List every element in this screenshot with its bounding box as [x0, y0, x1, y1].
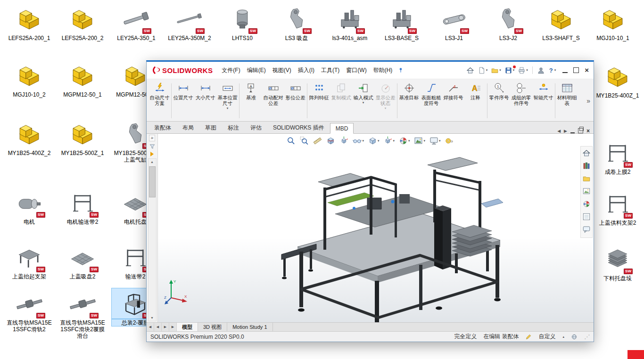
- scroll-down-icon[interactable]: ▼: [150, 315, 154, 321]
- menu-view[interactable]: 视图(V): [269, 65, 295, 76]
- design-library-tab[interactable]: [582, 162, 591, 171]
- menu-insert[interactable]: 插入(I): [295, 65, 318, 76]
- maximize-button[interactable]: [573, 67, 579, 73]
- first-tab-icon[interactable]: ◀: [147, 323, 154, 331]
- desktop-icon[interactable]: SW上盖抬起支架: [6, 242, 53, 280]
- desktop-icon[interactable]: SW上盖吸盘2: [59, 242, 106, 280]
- next-tab-icon[interactable]: ▶: [162, 323, 169, 331]
- tab-assembly[interactable]: 装配体: [149, 122, 177, 134]
- desktop-icon[interactable]: SWLEY25A-350M_2: [167, 4, 212, 41]
- resize-grip-icon[interactable]: ⋰: [584, 334, 590, 340]
- smart-ribbon-button[interactable]: 智能尺寸: [532, 81, 554, 121]
- datum-ribbon-button[interactable]: 基准: [240, 81, 262, 121]
- previous-tab-icon[interactable]: ◀: [154, 323, 162, 331]
- print-button[interactable]: ▾: [517, 65, 529, 75]
- menu-tools[interactable]: 工具(T): [318, 65, 343, 76]
- menu-window[interactable]: 窗口(W): [343, 65, 370, 76]
- document-close-button[interactable]: ×: [586, 129, 590, 133]
- help-button[interactable]: ?▾: [547, 66, 557, 75]
- dynamic-annotation-views-button[interactable]: [339, 136, 349, 146]
- close-button[interactable]: ×: [585, 67, 589, 73]
- doc-tab-motion-study-1[interactable]: Motion Study 1: [227, 323, 272, 331]
- next-document-icon[interactable]: ▶: [564, 129, 567, 133]
- customize-caret-icon[interactable]: ▴: [562, 335, 564, 339]
- bom-ribbon-button[interactable]: 材料明细表: [556, 81, 578, 121]
- desktop-icon[interactable]: LS3-SHAFT_S: [538, 4, 584, 41]
- dim-ribbon-button[interactable]: 位置尺寸: [172, 81, 194, 121]
- desktop-icon[interactable]: SWLEY25A-350_1: [114, 4, 159, 41]
- view-settings-button[interactable]: ▾: [429, 136, 441, 146]
- user-button[interactable]: [536, 65, 546, 75]
- desktop-icon[interactable]: SW直线导轨MSA15E1SSFC滑块2覆膜滑台: [59, 288, 106, 339]
- gtol-ribbon-button[interactable]: 形位公差: [284, 81, 306, 121]
- desktop-icon[interactable]: MY1B25-400Z_2: [6, 119, 53, 156]
- save-button[interactable]: ▾: [504, 65, 516, 75]
- pattern-ribbon-button[interactable]: 阵列特征: [308, 81, 330, 121]
- desktop-icon[interactable]: SWLS3 吸盘: [274, 4, 319, 41]
- view-orientation-button[interactable]: ▾: [382, 136, 395, 146]
- desktop-icon[interactable]: SW直线导轨MSA15E1SSFC滑轨2: [6, 288, 53, 333]
- minimize-button[interactable]: [562, 67, 568, 73]
- import-ribbon-button[interactable]: 输入模式▾: [352, 81, 374, 121]
- new-document-button[interactable]: ▾: [477, 65, 489, 75]
- weld-ribbon-button[interactable]: 焊接符号: [442, 81, 464, 121]
- desktop-icon[interactable]: SWLS3-BASE_S: [379, 4, 424, 41]
- desktop-icon[interactable]: SWls3-401s_asm: [327, 4, 372, 41]
- display-style-button[interactable]: ▾: [367, 136, 380, 146]
- previous-document-icon[interactable]: ◀: [557, 129, 561, 133]
- filter-icon[interactable]: [149, 143, 156, 150]
- forum-tab[interactable]: [582, 225, 591, 235]
- desktop-icon[interactable]: LEFS25A-200_1: [7, 4, 52, 41]
- customize-label[interactable]: 自定义: [538, 333, 555, 341]
- desktop-icon[interactable]: MGPM12-50_1: [59, 60, 106, 98]
- desktop-icon[interactable]: MGJ10-10_2: [6, 60, 53, 98]
- doc-tab-3d-views[interactable]: 3D 视图: [198, 323, 227, 331]
- desktop-icon[interactable]: MY1B25-400Z_1: [595, 61, 640, 99]
- tab-mbd[interactable]: MBD: [330, 123, 354, 134]
- tab-evaluate[interactable]: 评估: [245, 122, 267, 134]
- desktop-icon[interactable]: SW电机输送带2: [59, 188, 106, 225]
- desktop-icon[interactable]: SW上盖供料支架2: [595, 188, 640, 226]
- gtol-ribbon-button[interactable]: 自动配对公差: [262, 81, 284, 121]
- graphics-area[interactable]: » ▲ ▼ ▾▾▾▾▾▾: [147, 134, 594, 322]
- auto-ribbon-button[interactable]: 自动尺寸方案: [149, 81, 171, 121]
- dim-ribbon-button[interactable]: 大小尺寸: [194, 81, 216, 121]
- last-tab-icon[interactable]: ▶: [169, 323, 177, 331]
- basic-ribbon-button[interactable]: 基本位置尺寸▾: [216, 81, 239, 121]
- balloons-ribbon-button[interactable]: 成组的零件序号: [510, 81, 532, 121]
- tab-sketch[interactable]: 草图: [199, 122, 222, 134]
- note-ribbon-button[interactable]: 注释: [464, 81, 487, 121]
- tab-layout[interactable]: 布局: [177, 122, 199, 134]
- desktop-icon[interactable]: SW电机: [6, 188, 53, 225]
- hide-show-items-button[interactable]: ▾: [352, 136, 364, 146]
- document-minimize-button[interactable]: [570, 129, 575, 133]
- tape-measure-button[interactable]: [444, 136, 454, 146]
- measure-button[interactable]: [312, 136, 322, 146]
- tab-annotation[interactable]: 标注: [222, 122, 245, 134]
- edit-appearance-button[interactable]: ▾: [398, 136, 411, 146]
- assembly-model[interactable]: [279, 153, 505, 322]
- target-ribbon-button[interactable]: 基准目标: [398, 81, 420, 121]
- menu-help[interactable]: 帮助(H): [370, 65, 396, 76]
- appearances-tab[interactable]: [582, 200, 591, 210]
- surface-ribbon-button[interactable]: 表面粗糙度符号: [420, 81, 442, 121]
- web-help-icon[interactable]: [571, 334, 578, 340]
- view-palette-tab[interactable]: [582, 187, 591, 197]
- solidworks-resources-tab[interactable]: [582, 149, 591, 159]
- scrollbar-thumb[interactable]: [149, 166, 156, 197]
- custom-properties-tab[interactable]: [582, 212, 591, 222]
- desktop-icon[interactable]: MY1B25-500Z_1: [59, 119, 106, 156]
- balloon-ribbon-button[interactable]: 零件序号: [488, 81, 510, 121]
- apply-scene-button[interactable]: ▾: [413, 136, 426, 146]
- desktop-icon[interactable]: LEFS25A-200_2: [60, 4, 105, 41]
- desktop-icon[interactable]: SW下料托盘垛: [595, 244, 640, 282]
- pin-menu-icon[interactable]: [397, 67, 404, 73]
- featuremanager-scrollbar[interactable]: ▲ ▼: [148, 158, 157, 321]
- zoom-fit-button[interactable]: [286, 136, 296, 146]
- zoom-to-area-button[interactable]: [299, 136, 309, 146]
- tab-solidworks-addins[interactable]: SOLIDWORKS 插件: [267, 122, 330, 134]
- section-view-button[interactable]: [325, 136, 336, 146]
- desktop-icon[interactable]: SWLS3-J2: [486, 4, 531, 41]
- scroll-up-icon[interactable]: ▲: [150, 159, 154, 165]
- more-commands-icon[interactable]: »: [584, 97, 593, 105]
